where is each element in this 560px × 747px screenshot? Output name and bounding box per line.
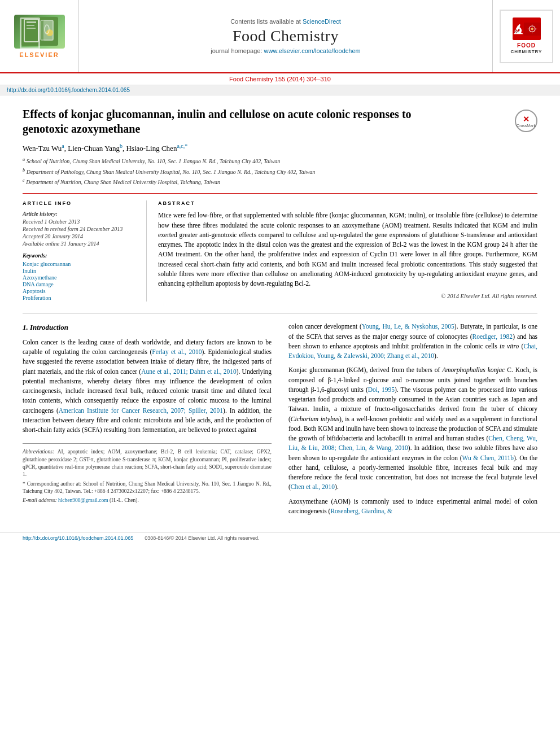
ref-aune[interactable]: Aune et al., 2011; Dahm et al., 2010 (141, 368, 237, 375)
footer-issn: 0308-8146/© 2014 Elsevier Ltd. All right… (145, 535, 259, 541)
article-lower-section: ARTICLE INFO Article history: Received 1… (23, 193, 537, 302)
keyword-4: DNA damage (23, 281, 138, 287)
keyword-1: Konjac glucomannan (23, 261, 138, 267)
food-chem-box: FOOD CHEMISTRY (500, 10, 553, 63)
keywords-label: Keywords: (23, 252, 138, 259)
journal-title: Food Chemistry (233, 27, 339, 45)
history-label: Article history: (23, 211, 138, 217)
article-history: Article history: Received 1 October 2013… (23, 211, 138, 247)
ref-chen2010[interactable]: Chen et al., 2010 (291, 483, 335, 490)
svg-rect-5 (41, 20, 53, 40)
email-line: E-mail address: hlchen908@gmail.com (H.-… (23, 497, 272, 504)
affiliation-a: a School of Nutrition, Chung Shan Medica… (23, 156, 537, 165)
sciencedirect-link[interactable]: ScienceDirect (303, 18, 341, 25)
affiliation-b: b Department of Pathology, Chung Shan Me… (23, 167, 537, 176)
email-link[interactable]: hlchen908@gmail.com (58, 497, 108, 503)
available-date: Available online 31 January 2014 (23, 241, 138, 247)
ref-wu2011[interactable]: Wu & Chen, 2011b (462, 455, 514, 461)
svg-rect-4 (27, 28, 36, 29)
copyright-notice: © 2014 Elsevier Ltd. All rights reserved… (158, 293, 537, 299)
keyword-2: Inulin (23, 268, 138, 274)
revised-date: Received in revised form 24 December 201… (23, 226, 138, 232)
svg-rect-0 (21, 17, 58, 46)
ref-roediger[interactable]: Roediger, 1982 (472, 333, 513, 340)
elsevier-graphic (14, 15, 65, 49)
ref-rosenberg[interactable]: Rosenberg, Giardina, & (330, 508, 392, 514)
author-b-sup: b (120, 143, 123, 149)
doi-bar: http://dx.doi.org/10.1016/j.foodchem.201… (0, 85, 560, 95)
received-date: Received 1 October 2013 (23, 219, 138, 225)
footnotes: Abbreviations: AI, apoptotic index; AOM,… (23, 443, 272, 504)
svg-point-6 (46, 29, 53, 36)
intro-heading: 1. Introduction (23, 322, 272, 333)
keyword-6: Proliferation (23, 295, 138, 301)
keyword-5: Apoptosis (23, 288, 138, 294)
crossmark-label: CrossMark (517, 124, 536, 128)
ref-doi[interactable]: Doi, 1995 (368, 386, 395, 393)
keywords-section: Keywords: Konjac glucomannan Inulin Azox… (23, 252, 138, 301)
journal-header: ELSEVIER Contents lists available at Sci… (0, 0, 560, 73)
author-c: Hsiao-Ling Chen (126, 144, 177, 152)
abstract-text: Mice were fed low-fibre, or that supplem… (158, 211, 537, 289)
food-chemistry-logo-box: FOOD CHEMISTRY (492, 0, 560, 72)
abstract-section: ABSTRACT Mice were fed low-fibre, or tha… (158, 200, 537, 302)
journal-homepage-link[interactable]: www.elsevier.com/locate/foodchem (264, 47, 361, 54)
food-label: FOOD CHEMISTRY (511, 42, 542, 55)
sciencedirect-bar: Contents lists available at ScienceDirec… (230, 18, 341, 25)
ref-aicr[interactable]: American Institute for Cancer Research, … (59, 407, 223, 414)
elsevier-logo: ELSEVIER (0, 0, 79, 72)
svg-rect-1 (24, 19, 38, 42)
journal-center: Contents lists available at ScienceDirec… (79, 0, 492, 72)
svg-rect-3 (27, 25, 34, 26)
authors-line: Wen-Tzu Wua, Lien-Chuan Yangb, Hsiao-Lin… (23, 143, 537, 153)
abstract-heading: ABSTRACT (158, 200, 537, 206)
right-para1: colon cancer development (Young, Hu, Le,… (288, 322, 537, 361)
body-left-column: 1. Introduction Colon cancer is the lead… (23, 322, 272, 521)
affiliations: a School of Nutrition, Chung Shan Medica… (23, 156, 537, 186)
food-chem-icon (513, 18, 541, 40)
elsevier-text: ELSEVIER (19, 51, 59, 58)
keyword-3: Azoxymethane (23, 274, 138, 281)
title-row: Effects of konjac glucomannan, inulin an… (23, 107, 537, 143)
section-divider (23, 313, 537, 313)
accepted-date: Accepted 20 January 2014 (23, 233, 138, 239)
right-para2: Konjac glucomannan (KGM), derived from t… (288, 365, 537, 492)
ref-chen2008[interactable]: Chen, Cheng, Wu, Liu, & Liu, 2008; Chen,… (288, 435, 537, 451)
svg-point-12 (531, 28, 533, 30)
article-info-panel: ARTICLE INFO Article history: Received 1… (23, 200, 147, 302)
footer-doi-link[interactable]: http://dx.doi.org/10.1016/j.foodchem.201… (23, 535, 133, 541)
crossmark-logo: ✕ CrossMark (515, 110, 537, 132)
corresponding-line: * Corresponding author at: School of Nut… (23, 480, 272, 496)
affiliation-c: c Department of Nutrition, Chung Shan Me… (23, 177, 537, 186)
crossmark-symbol: ✕ (523, 115, 530, 124)
author-a-sup: a (62, 143, 64, 149)
body-right-column: colon cancer development (Young, Hu, Le,… (288, 322, 537, 521)
article-content: Effects of konjac glucomannan, inulin an… (0, 95, 560, 532)
right-para3: Azoxymethane (AOM) is commonly used to i… (288, 497, 537, 517)
author-a: Wen-Tzu Wu (23, 144, 62, 152)
ref-ferlay[interactable]: Ferlay et al., 2010 (152, 348, 202, 355)
article-info-heading: ARTICLE INFO (23, 200, 138, 206)
svg-rect-2 (27, 21, 36, 23)
ref-young[interactable]: Young, Hu, Le, & Nyskohus, 2005 (362, 323, 454, 330)
article-title: Effects of konjac glucomannan, inulin an… (23, 107, 446, 136)
svg-point-7 (45, 25, 49, 34)
author-c-sup: a,c,* (177, 143, 187, 149)
doi-link[interactable]: http://dx.doi.org/10.1016/j.foodchem.201… (7, 87, 130, 93)
footer-bar: http://dx.doi.org/10.1016/j.foodchem.201… (0, 532, 560, 544)
journal-homepage: journal homepage: www.elsevier.com/locat… (211, 47, 360, 54)
author-b: Lien-Chuan Yang (68, 144, 120, 152)
journal-citation: Food Chemistry 155 (2014) 304–310 (0, 73, 560, 85)
body-columns: 1. Introduction Colon cancer is the lead… (23, 322, 537, 521)
abbrev-line: Abbreviations: AI, apoptotic index; AOM,… (23, 448, 272, 478)
intro-para1: Colon cancer is the leading cause of dea… (23, 338, 272, 435)
